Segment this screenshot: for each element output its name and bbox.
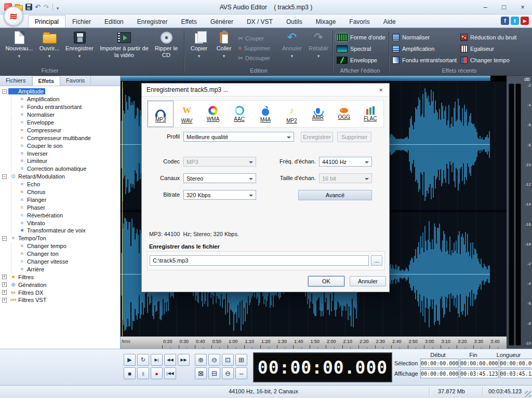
- tree-item-filtres[interactable]: +★Filtres: [0, 273, 120, 281]
- tree-item-vibrato[interactable]: ≈Vibrato: [0, 219, 120, 227]
- tree-item-filtres-vst[interactable]: +VSTFiltres VST: [0, 296, 120, 304]
- spectral-view-button[interactable]: Spectral: [337, 43, 385, 54]
- tree-item-tempo-ton[interactable]: −≈Tempo/Ton: [0, 235, 120, 242]
- maximize-button[interactable]: □: [495, 0, 513, 14]
- zoom-horizontal-button[interactable]: ⊟: [208, 367, 220, 379]
- tree-item-compresseur-multibande[interactable]: ≈Compresseur multibande: [0, 134, 120, 142]
- save-button[interactable]: Enregistrer: [64, 30, 95, 59]
- tree-item-filtres-dx[interactable]: +DXFiltres DX: [0, 289, 120, 296]
- record-button[interactable]: ●: [151, 367, 163, 379]
- tree-item-arri-re[interactable]: ≈Arrière: [0, 265, 120, 273]
- zoom-selection-button[interactable]: ⊡: [222, 354, 234, 366]
- cut-button[interactable]: Couper: [238, 33, 270, 43]
- advanced-button[interactable]: Avancé: [298, 190, 372, 200]
- format-tab-wav[interactable]: WAV: [174, 101, 200, 127]
- format-tab-flac[interactable]: FLAC: [357, 101, 383, 127]
- tree-item-couper-le-son[interactable]: ≈Couper le son: [0, 142, 120, 149]
- close-button[interactable]: ×: [513, 0, 532, 14]
- tree-item-changer-ton[interactable]: ≈Changer ton: [0, 250, 120, 258]
- tree-item-amplitude[interactable]: −≈Amplitude: [0, 88, 120, 95]
- paste-button[interactable]: Coller: [212, 30, 236, 59]
- dialog-close-icon[interactable]: ×: [377, 86, 384, 94]
- open-button[interactable]: Ouvrir...: [34, 30, 64, 59]
- tree-item-enveloppe[interactable]: ≈Enveloppe: [0, 119, 120, 127]
- amplify-button[interactable]: Amplification: [392, 43, 459, 54]
- format-tab-ogg[interactable]: OGG: [331, 101, 357, 127]
- undo-button[interactable]: Annuler: [280, 30, 304, 59]
- tree-item-amplification[interactable]: ≈Amplification: [0, 95, 120, 103]
- noise-reduction-button[interactable]: Réduction du bruit: [460, 32, 530, 43]
- youtube-icon[interactable]: ▶: [521, 17, 529, 25]
- menu-tab-principal[interactable]: Principal: [28, 15, 65, 28]
- zoom-restore-button[interactable]: ⇔: [235, 367, 247, 379]
- codec-select[interactable]: MP3: [183, 157, 256, 167]
- tree-item-correction-automatique[interactable]: ≈Correction automatique: [0, 165, 120, 173]
- copy-button[interactable]: Copier: [187, 30, 211, 59]
- sample-rate-select[interactable]: 44100 Hz: [319, 157, 372, 167]
- tree-item-compresseur[interactable]: ≈Compresseur: [0, 126, 120, 134]
- go-to-start-button[interactable]: |◀◀: [164, 367, 176, 379]
- sample-size-select[interactable]: 16 bit: [319, 173, 372, 183]
- minimize-button[interactable]: –: [476, 0, 495, 14]
- tree-item-transformateur-de-voix[interactable]: ★Transformateur de voix: [0, 227, 120, 235]
- menu-tab-edition[interactable]: Edition: [98, 15, 130, 28]
- expand-icon[interactable]: +: [2, 282, 7, 287]
- expand-icon[interactable]: +: [2, 275, 7, 279]
- collapse-icon[interactable]: −: [2, 89, 7, 94]
- import-from-video-button[interactable]: Importer à partir de la vidéo: [100, 30, 149, 58]
- tree-item-changer-tempo[interactable]: ≈Changer tempo: [0, 242, 120, 250]
- tree-item-retard-modulation[interactable]: −⊙Retard/Modulation: [0, 173, 120, 181]
- play-button[interactable]: ▶: [124, 354, 136, 366]
- menu-tab-fichier[interactable]: Fichier: [65, 15, 98, 28]
- stop-button[interactable]: ■: [124, 367, 136, 379]
- redo-button[interactable]: Rétablir: [305, 30, 331, 59]
- tree-item-limiteur[interactable]: ≈Limiteur: [0, 157, 120, 165]
- bitrate-select[interactable]: 320 Kbps: [183, 190, 256, 200]
- zoom-out-button[interactable]: ⊖: [208, 354, 220, 366]
- zoom-full-button[interactable]: ⊠: [195, 367, 207, 379]
- menu-tab-favoris[interactable]: Favoris: [342, 15, 376, 28]
- equalizer-button[interactable]: Egaliseur: [460, 43, 530, 54]
- cancel-button[interactable]: Annuler: [350, 276, 386, 286]
- delete-button[interactable]: Supprimer: [238, 43, 270, 53]
- new-button[interactable]: Nouveau...: [4, 30, 34, 59]
- avs-logo[interactable]: ≋: [4, 6, 23, 26]
- tree-item-changer-vitesse[interactable]: ≈Changer vitesse: [0, 258, 120, 266]
- facebook-icon[interactable]: f: [501, 17, 509, 25]
- output-path-input[interactable]: C:\track5.mp3: [150, 255, 369, 266]
- tree-item-phaser[interactable]: ≈Phaser: [0, 203, 120, 211]
- menu-tab-aide[interactable]: Aide: [377, 15, 403, 28]
- format-tab-mp3[interactable]: MP3: [148, 101, 174, 127]
- tree-item-g-n-ration[interactable]: +⊛Génération: [0, 281, 120, 289]
- dialog-title-bar[interactable]: Enregistrement track5.mp3 ... ×: [142, 84, 389, 97]
- undo-icon[interactable]: ↶: [35, 3, 41, 11]
- overview-scrollbar[interactable]: [121, 76, 490, 81]
- menu-tab-enregistrer[interactable]: Enregistrer: [130, 15, 175, 28]
- profile-select[interactable]: Meilleure qualité: [183, 132, 294, 142]
- tree-item-r-verb-ration[interactable]: ≈Réverbération: [0, 211, 120, 219]
- timeline-ruler[interactable]: hms0:200:300:400:501:001:101:201:301:401…: [121, 336, 507, 349]
- fade-button[interactable]: Fondu entrant/sortant: [392, 54, 459, 66]
- pause-button[interactable]: ||: [137, 367, 149, 379]
- expand-icon[interactable]: +: [2, 298, 7, 303]
- normalize-button[interactable]: Normaliser: [392, 32, 459, 43]
- format-tab-m4a[interactable]: M4A: [252, 101, 278, 127]
- sidebar-tab-fichiers[interactable]: Fichiers: [0, 76, 32, 86]
- format-tab-amr[interactable]: AMR: [305, 101, 331, 127]
- menu-tab-dx-vst[interactable]: DX / VST: [240, 15, 280, 28]
- change-tempo-button[interactable]: Changer tempo: [460, 54, 530, 66]
- browse-button[interactable]: ...: [371, 255, 382, 266]
- rewind-button[interactable]: ◀◀: [164, 354, 176, 366]
- collapse-icon[interactable]: −: [2, 236, 7, 241]
- ok-button[interactable]: OK: [308, 276, 344, 286]
- envelope-view-button[interactable]: Enveloppe: [337, 54, 385, 66]
- menu-tab-outils[interactable]: Outils: [280, 15, 309, 28]
- rip-cd-button[interactable]: Ripper le CD: [151, 30, 182, 58]
- tree-item-inverser[interactable]: ≈Inverser: [0, 149, 120, 157]
- sidebar-tab-effets[interactable]: Effets: [32, 76, 61, 86]
- save-profile-button[interactable]: Enregistrer: [301, 132, 333, 142]
- expand-icon[interactable]: +: [2, 290, 7, 295]
- collapse-icon[interactable]: −: [2, 174, 7, 179]
- channels-select[interactable]: Stereo: [183, 173, 256, 183]
- loop-button[interactable]: ↻: [137, 354, 149, 366]
